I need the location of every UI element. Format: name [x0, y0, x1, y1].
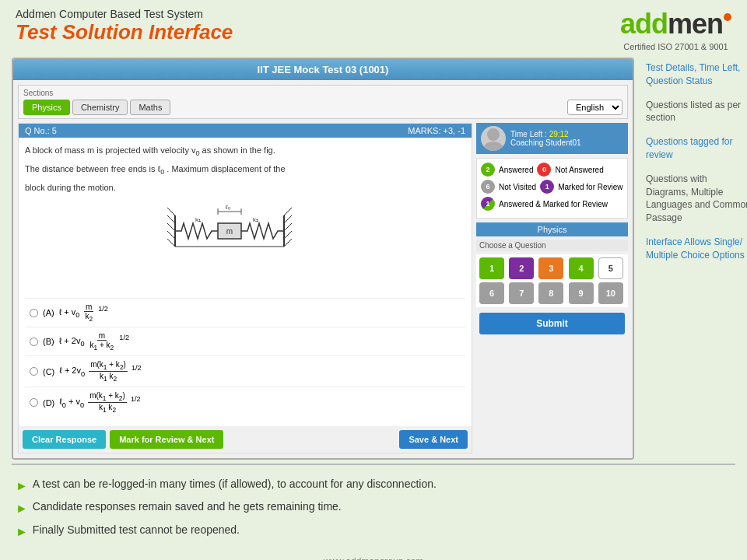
sections-bar: Sections Physics Chemistry Maths English [18, 85, 628, 119]
svg-text:k₁: k₁ [195, 216, 201, 223]
bullet-2-arrow: ► [16, 500, 28, 517]
footer-url: www.addmengroup.com [0, 553, 747, 560]
question-text-3: block during the motion. [25, 181, 465, 194]
clear-response-button[interactable]: Clear Response [23, 430, 106, 449]
bullet-2-text: Candidate responses remain saved and he … [33, 499, 342, 515]
not-visited-label: Not Visited [499, 183, 536, 191]
student-name: Coaching Student01 [510, 138, 581, 147]
q-num-2[interactable]: 2 [509, 257, 534, 279]
page-title: Test Solution Interface [16, 20, 233, 44]
q-num-10[interactable]: 10 [598, 282, 623, 304]
option-b[interactable]: (B) ℓ + 2v0 mk1 + k2 1/2 [25, 327, 465, 355]
status-not-visited: 6 Not Visited 1 Marked for Review [481, 180, 623, 194]
answered-label: Answered [499, 166, 533, 174]
mark-review-button[interactable]: Mark for Review & Next [110, 430, 223, 449]
sim-inner: Sections Physics Chemistry Maths English [13, 80, 633, 458]
header-right: addmen Certified ISO 27001 & 9001 [620, 8, 731, 51]
not-answered-badge: 0 [537, 163, 551, 177]
svg-line-10 [284, 215, 292, 223]
q-num-9[interactable]: 9 [569, 282, 594, 304]
bullet-1-arrow: ► [16, 478, 28, 495]
sidebar-item-4: Questions with Diagrams, Multiple Langua… [646, 173, 747, 225]
svg-line-9 [284, 208, 292, 215]
time-value: 29:12 [549, 130, 569, 138]
option-c[interactable]: (C) ℓ + 2v0 m(k1 + k2)k1 k2 1/2 [25, 355, 465, 387]
avatar [481, 126, 506, 151]
question-main: Q No.: 5 MARKS: +3, -1 A block of mass m… [18, 123, 472, 453]
choose-question-label: Choose a Question [476, 240, 628, 251]
physics-diagram: m k₁ [167, 200, 323, 262]
question-number-grid: 1 2 3 4 5 6 7 8 9 10 [476, 254, 628, 307]
section-tabs: Physics Chemistry Maths [23, 100, 170, 115]
sections-row: Physics Chemistry Maths English [23, 100, 622, 115]
status-answered: 2 Answered 0 Not Answered [481, 163, 623, 177]
q-num-3[interactable]: 3 [538, 257, 563, 279]
option-d[interactable]: (D) ℓ0 + v0 m(k1 + k2)k1 k2 1/2 [25, 387, 465, 418]
option-a[interactable]: (A) ℓ + v0 mk2 1/2 [25, 298, 465, 327]
option-b-radio[interactable] [30, 338, 38, 346]
option-c-label: (C) [43, 367, 54, 376]
save-next-button[interactable]: Save & Next [399, 430, 468, 449]
bottom-buttons: Clear Response Mark for Review & Next Sa… [19, 426, 472, 453]
status-grid: 2 Answered 0 Not Answered 6 Not Visited … [476, 158, 628, 219]
svg-line-11 [284, 223, 292, 231]
divider [12, 464, 735, 465]
header: Addmen Computer Based Test System Test S… [0, 0, 747, 58]
submit-row: Submit [476, 310, 628, 338]
option-a-label: (A) [43, 308, 54, 317]
logo-dot [724, 13, 731, 21]
sections-label: Sections [23, 89, 622, 97]
q-num-1[interactable]: 1 [479, 257, 504, 279]
question-text-2: The distance between free ends is ℓ0 . M… [25, 163, 465, 178]
bullet-1: ► A test can be re-logged-in many times … [16, 477, 731, 495]
option-c-radio[interactable] [30, 367, 38, 376]
svg-line-4 [167, 231, 175, 239]
option-c-formula: ℓ + 2v0 m(k1 + k2)k1 k2 1/2 [59, 360, 141, 383]
sidebar-item-3: Questions tagged for review [646, 135, 747, 162]
q-num-4[interactable]: 4 [569, 257, 594, 279]
svg-text:k₂: k₂ [253, 216, 258, 223]
question-area-row: Q No.: 5 MARKS: +3, -1 A block of mass m… [18, 123, 628, 453]
svg-line-1 [167, 208, 175, 215]
right-sidebar: Test Details, Time Left, Question Status… [642, 58, 747, 460]
language-select[interactable]: English [567, 100, 622, 115]
question-body: A block of mass m is projected with velo… [19, 138, 472, 293]
tab-maths[interactable]: Maths [130, 100, 170, 115]
sim-title-bar: IIT JEE Mock Test 03 (1001) [13, 59, 633, 80]
student-text: Time Left : 29:12 Coaching Student01 [510, 130, 581, 147]
answered-marked-label: Answered & Marked for Review [499, 200, 608, 208]
q-num-7[interactable]: 7 [509, 282, 534, 304]
svg-line-5 [167, 239, 175, 247]
option-d-radio[interactable] [30, 398, 38, 407]
svg-line-2 [167, 215, 175, 223]
main-content: IIT JEE Mock Test 03 (1001) Sections Phy… [0, 58, 747, 460]
q-num-5[interactable]: 5 [598, 257, 623, 279]
sidebar-item-2: Questions listed as per section [646, 99, 747, 125]
not-visited-badge: 6 [481, 180, 495, 194]
tab-physics[interactable]: Physics [23, 100, 70, 115]
time-left-label: Time Left : 29:12 [510, 130, 581, 138]
svg-point-21 [487, 128, 500, 141]
options-container: (A) ℓ + v0 mk2 1/2 (B) ℓ + 2v0 [19, 293, 472, 422]
option-a-radio[interactable] [30, 309, 38, 317]
logo-add: add [620, 8, 668, 40]
time-left-text: Time Left : [510, 130, 549, 138]
marked-badge: 1 [540, 180, 554, 194]
q-num-6[interactable]: 6 [479, 282, 504, 304]
submit-button[interactable]: Submit [479, 313, 625, 334]
option-d-formula: ℓ0 + v0 m(k1 + k2)k1 k2 1/2 [59, 391, 140, 414]
option-d-label: (D) [43, 398, 54, 408]
logo-men: men [668, 8, 723, 40]
svg-point-22 [484, 142, 503, 151]
question-text-1: A block of mass m is projected with velo… [25, 144, 465, 159]
right-panel: Time Left : 29:12 Coaching Student01 2 A… [476, 123, 628, 453]
q-num-8[interactable]: 8 [538, 282, 563, 304]
question-header: Q No.: 5 MARKS: +3, -1 [19, 124, 472, 138]
svg-line-12 [284, 231, 292, 239]
tab-chemistry[interactable]: Chemistry [72, 100, 128, 115]
option-b-formula: ℓ + 2v0 mk1 + k2 1/2 [59, 331, 129, 352]
answered-marked-badge: 1 [481, 197, 495, 211]
svg-line-3 [167, 223, 175, 231]
status-answered-marked: 1 Answered & Marked for Review [481, 197, 623, 211]
certified-text: Certified ISO 27001 & 9001 [620, 42, 731, 51]
